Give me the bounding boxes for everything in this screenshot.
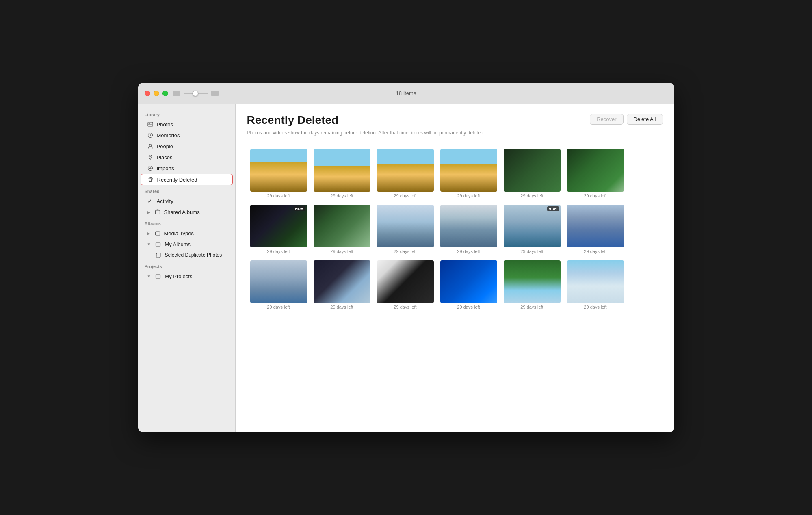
photo-thumbnail <box>250 149 307 192</box>
svg-point-4 <box>149 156 150 157</box>
zoom-slider[interactable] <box>184 93 208 94</box>
photo-item[interactable]: 29 days left <box>567 205 624 254</box>
shared-section-label: Shared <box>138 186 235 195</box>
photo-days-label: 29 days left <box>394 249 416 254</box>
sidebar-item-activity[interactable]: Activity <box>141 196 233 206</box>
selected-duplicate-icon <box>155 252 162 258</box>
people-label: People <box>157 143 173 149</box>
photo-item[interactable]: 29 days left <box>377 260 434 309</box>
close-button[interactable] <box>145 91 150 96</box>
page-title: Recently Deleted <box>247 114 339 127</box>
places-label: Places <box>157 154 173 160</box>
svg-point-3 <box>149 144 151 146</box>
selected-duplicate-label: Selected Duplicate Photos <box>165 252 222 258</box>
photo-thumbnail <box>504 260 561 303</box>
memories-icon <box>147 132 154 138</box>
sidebar: Library Photos M <box>138 104 236 432</box>
photo-days-label: 29 days left <box>584 249 606 254</box>
recently-deleted-label: Recently Deleted <box>157 177 197 183</box>
photo-thumbnail <box>504 149 561 192</box>
photo-thumbnail <box>377 205 434 247</box>
photos-label: Photos <box>157 121 173 128</box>
photo-item[interactable]: 29 days left <box>314 149 370 198</box>
sidebar-item-shared-albums[interactable]: ▶ Shared Albums <box>141 207 233 217</box>
main-header: Recently Deleted Recover Delete All Phot… <box>236 104 674 141</box>
photo-item[interactable]: 29 days left <box>440 149 497 198</box>
photo-thumbnail <box>250 260 307 303</box>
shared-albums-icon <box>154 209 161 215</box>
photo-days-label: 29 days left <box>394 305 416 309</box>
photos-icon <box>147 121 154 128</box>
photo-days-label: 29 days left <box>520 305 543 309</box>
photo-thumbnail <box>567 260 624 303</box>
trash-icon <box>147 176 154 183</box>
photo-thumbnail <box>440 260 497 303</box>
minimize-button[interactable] <box>154 91 159 96</box>
memories-label: Memories <box>157 132 180 138</box>
svg-rect-8 <box>156 242 160 246</box>
subtitle-text: Photos and videos show the days remainin… <box>247 130 663 136</box>
photo-item[interactable]: 29 days left <box>377 205 434 254</box>
imports-label: Imports <box>157 165 174 171</box>
fullscreen-button[interactable] <box>162 91 168 96</box>
projects-section-label: Projects <box>138 261 235 270</box>
hdr-badge: HDR <box>294 206 305 211</box>
photo-item[interactable]: 29 days left <box>567 260 624 309</box>
app-window: 18 Items Library Photos <box>138 83 674 432</box>
view-toggle-icon[interactable] <box>211 91 219 96</box>
photo-days-label: 29 days left <box>457 193 480 198</box>
shared-albums-label: Shared Albums <box>164 209 200 215</box>
photo-item[interactable]: 29 days left <box>567 149 624 198</box>
photo-item[interactable]: HDR29 days left <box>250 205 307 254</box>
my-projects-icon <box>155 273 161 279</box>
my-albums-icon <box>155 241 161 247</box>
photo-item[interactable]: HDR29 days left <box>504 205 561 254</box>
photo-days-label: 29 days left <box>584 193 606 198</box>
photo-item[interactable]: 29 days left <box>440 260 497 309</box>
sidebar-item-places[interactable]: Places <box>141 152 233 162</box>
photo-days-label: 29 days left <box>330 249 353 254</box>
my-albums-chevron: ▼ <box>147 242 151 247</box>
photo-days-label: 29 days left <box>267 249 290 254</box>
photo-thumbnail <box>314 205 370 247</box>
photo-thumbnail <box>377 149 434 192</box>
sidebar-item-photos[interactable]: Photos <box>141 119 233 130</box>
my-projects-label: My Projects <box>165 273 192 279</box>
photo-thumbnail <box>440 149 497 192</box>
photo-item[interactable]: 29 days left <box>504 149 561 198</box>
photo-thumbnail <box>314 260 370 303</box>
photo-item[interactable]: 29 days left <box>440 205 497 254</box>
photo-item[interactable]: 29 days left <box>250 260 307 309</box>
sidebar-item-selected-duplicate[interactable]: Selected Duplicate Photos <box>141 250 233 260</box>
photo-item[interactable]: 29 days left <box>377 149 434 198</box>
library-section-label: Library <box>138 109 235 119</box>
sidebar-item-recently-deleted[interactable]: Recently Deleted <box>141 174 233 185</box>
photo-item[interactable]: 29 days left <box>504 260 561 309</box>
sidebar-toggle-icon[interactable] <box>173 91 180 96</box>
photo-days-label: 29 days left <box>520 193 543 198</box>
sidebar-item-my-projects[interactable]: ▼ My Projects <box>141 271 233 281</box>
photos-grid: 29 days left29 days left29 days left29 d… <box>236 141 674 324</box>
sidebar-item-memories[interactable]: Memories <box>141 130 233 141</box>
activity-icon <box>147 198 154 204</box>
photo-item[interactable]: 29 days left <box>314 205 370 254</box>
photo-thumbnail <box>440 205 497 247</box>
sidebar-item-people[interactable]: People <box>141 141 233 151</box>
photo-days-label: 29 days left <box>457 305 480 309</box>
sidebar-item-my-albums[interactable]: ▼ My Albums <box>141 239 233 249</box>
photo-days-label: 29 days left <box>267 193 290 198</box>
delete-all-button[interactable]: Delete All <box>627 114 663 125</box>
photo-thumbnail <box>567 205 624 247</box>
sidebar-item-media-types[interactable]: ▶ Media Types <box>141 228 233 238</box>
imports-icon <box>147 165 154 171</box>
shared-albums-chevron: ▶ <box>147 210 150 214</box>
places-icon <box>147 154 154 160</box>
sidebar-item-imports[interactable]: Imports <box>141 163 233 173</box>
photo-thumbnail: HDR <box>250 205 307 247</box>
recover-button[interactable]: Recover <box>590 114 623 125</box>
my-albums-label: My Albums <box>165 241 191 247</box>
media-types-icon <box>154 230 161 236</box>
photo-days-label: 29 days left <box>457 249 480 254</box>
photo-item[interactable]: 29 days left <box>250 149 307 198</box>
photo-item[interactable]: 29 days left <box>314 260 370 309</box>
